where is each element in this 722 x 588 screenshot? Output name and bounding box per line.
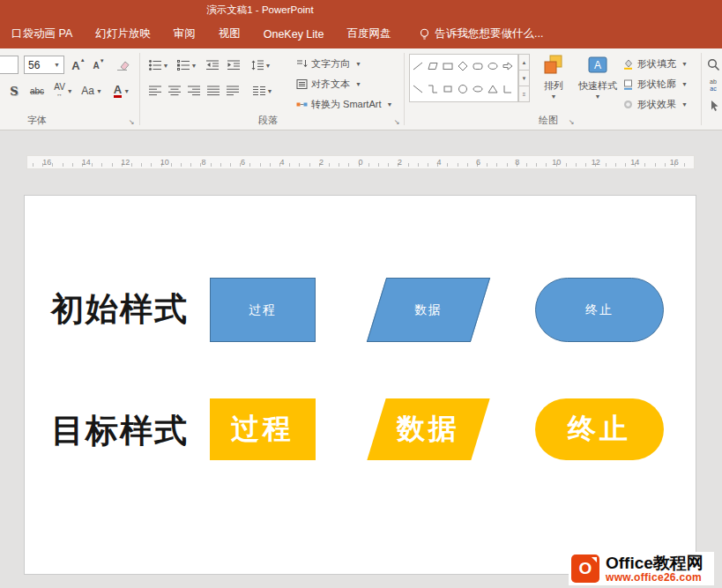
align-right-button[interactable] [185, 81, 203, 100]
shape-outline-label: 形状轮廓 [637, 78, 676, 91]
shape-effects-button[interactable]: 形状效果 ▼ [622, 98, 688, 111]
ruler-number: 2 [380, 158, 419, 167]
slide-canvas[interactable]: 初始样式 过程 数据 终止 目标样式 过程 数据 终止 [25, 196, 696, 574]
drawing-group-label: 绘图 [527, 114, 569, 127]
menu-tab-view[interactable]: 视图 [207, 19, 252, 48]
shape-fill-button[interactable]: 形状填充 ▼ [622, 57, 688, 71]
font-dialog-launcher[interactable]: ↘ [126, 116, 137, 127]
replace-icon: ab ac [710, 78, 717, 93]
arrange-button[interactable]: 排列 ▼ [534, 54, 573, 100]
replace-button[interactable]: ab ac [705, 76, 721, 95]
convert-to-smartart-button[interactable]: 转换为 SmartArt ▼ [296, 98, 392, 111]
shape-triangle-icon[interactable] [485, 84, 500, 94]
initial-process-rectangle[interactable]: 过程 [210, 278, 316, 342]
font-name-combo-partial[interactable] [0, 56, 19, 74]
gallery-down-icon[interactable]: ▼ [518, 71, 530, 86]
numbered-list-icon [177, 60, 190, 71]
shape-square-icon[interactable] [440, 84, 455, 94]
target-process-rectangle[interactable]: 过程 [210, 398, 316, 460]
paragraph-dialog-launcher[interactable]: ↘ [391, 116, 402, 127]
gallery-more-icon[interactable]: ≡ [518, 86, 530, 102]
align-text-button[interactable]: 对齐文本 ▼ [296, 78, 361, 91]
justify-icon [207, 86, 220, 96]
ruler-number: 14 [66, 158, 105, 167]
initial-terminator-stadium[interactable]: 终止 [535, 278, 664, 342]
ruler-number: 0 [341, 158, 380, 167]
columns-icon [253, 86, 265, 96]
character-spacing-button[interactable]: AV ↔ ▼ [51, 81, 76, 100]
ruler-number: 6 [458, 158, 497, 167]
target-data-parallelogram[interactable]: 数据 [366, 398, 491, 460]
shape-outline-button[interactable]: 形状轮廓 ▼ [622, 78, 688, 91]
watermark-brand-cn: 教程网 [653, 554, 703, 572]
search-icon [707, 58, 720, 71]
text-shadow-button[interactable]: S [5, 81, 23, 100]
columns-button[interactable]: ▼ [250, 81, 275, 100]
text-direction-button[interactable]: 文字方向 ▼ [296, 57, 361, 71]
strikethrough-button[interactable]: abc [25, 81, 49, 100]
shape-line-icon[interactable] [410, 61, 425, 71]
font-size-value: 56 [28, 59, 40, 71]
shape-effects-icon [622, 99, 634, 110]
target-terminator-stadium[interactable]: 终止 [535, 398, 664, 460]
dropdown-arrow-icon: ▼ [265, 63, 272, 69]
ruler-number: 16 [27, 158, 66, 167]
decrease-indent-button[interactable] [203, 56, 222, 75]
shape-rounded-rectangle-icon[interactable] [470, 61, 485, 71]
shape-rectangle-icon[interactable] [440, 61, 455, 71]
shape-oval-icon[interactable] [485, 61, 500, 71]
select-button[interactable] [706, 96, 722, 115]
justify-button[interactable] [205, 81, 222, 100]
menu-tab-baidu-netdisk[interactable]: 百度网盘 [336, 19, 403, 48]
shape-outline-icon [622, 78, 634, 90]
grow-font-button[interactable]: A ▲ [69, 56, 88, 75]
bullets-button[interactable]: ▼ [146, 56, 171, 75]
bullet-list-icon [149, 60, 161, 71]
find-button[interactable] [705, 55, 721, 74]
shape-arrow-icon[interactable] [500, 61, 515, 71]
line-spacing-button[interactable]: ▼ [249, 56, 273, 75]
ruler-number: 12 [577, 158, 615, 167]
dropdown-arrow-icon: ▼ [267, 88, 273, 94]
font-size-combo[interactable]: 56 ▼ [24, 56, 64, 74]
shape-ellipse-icon[interactable] [470, 84, 485, 94]
menu-tab-onekey-lite[interactable]: OneKey Lite [252, 19, 336, 48]
shape-circle-icon[interactable] [455, 84, 470, 94]
shape-text: 数据 [414, 302, 443, 318]
menu-tab-pocket-animation[interactable]: 口袋动画 PA [0, 19, 84, 48]
align-left-button[interactable] [146, 81, 164, 100]
menu-tab-review[interactable]: 审阅 [162, 19, 207, 48]
office26-watermark: O Office教程网 www.office26.com [569, 552, 714, 585]
quick-styles-button[interactable]: A 快速样式 ▼ [575, 54, 621, 100]
align-center-button[interactable] [166, 81, 183, 100]
dropdown-arrow-icon: ▼ [681, 101, 688, 108]
horizontal-ruler[interactable]: 16 14 12 10 8 6 4 2 0 2 4 6 8 10 12 14 1… [26, 155, 695, 169]
shape-corner-icon[interactable] [500, 84, 515, 94]
tell-me-box[interactable]: 告诉我您想要做什么... [410, 19, 553, 48]
drawing-dialog-launcher[interactable]: ↘ [566, 116, 577, 127]
shape-parallelogram-icon[interactable] [425, 61, 440, 71]
shape-elbow-connector-icon[interactable] [425, 84, 440, 94]
shape-line2-icon[interactable] [410, 84, 425, 94]
menu-tab-slideshow[interactable]: 幻灯片放映 [84, 19, 162, 48]
shape-text: 终止 [585, 302, 614, 318]
gallery-up-icon[interactable]: ▲ [518, 54, 530, 71]
clear-formatting-button[interactable] [112, 56, 133, 75]
ruler-number: 12 [106, 158, 145, 167]
initial-data-parallelogram[interactable]: 数据 [366, 278, 491, 342]
shape-gallery[interactable] [409, 54, 518, 102]
font-color-button[interactable]: A ▼ [109, 81, 134, 100]
numbering-button[interactable]: ▼ [175, 56, 199, 75]
ribbon-tab-bar: 口袋动画 PA 幻灯片放映 审阅 视图 OneKey Lite 百度网盘 告诉我… [0, 19, 722, 48]
shrink-font-button[interactable]: A ▼ [89, 56, 108, 75]
change-case-button[interactable]: Aa ▼ [79, 81, 104, 100]
shape-diamond-icon[interactable] [455, 61, 470, 71]
initial-style-label[interactable]: 初始样式 [51, 287, 189, 331]
distribute-text-button[interactable] [224, 81, 242, 100]
lightbulb-icon [419, 28, 430, 41]
increase-indent-button[interactable] [224, 56, 243, 75]
target-style-label[interactable]: 目标样式 [51, 409, 189, 453]
shape-effects-label: 形状效果 [637, 98, 676, 111]
shape-text: 过程 [231, 410, 294, 449]
distribute-text-icon [227, 86, 239, 96]
